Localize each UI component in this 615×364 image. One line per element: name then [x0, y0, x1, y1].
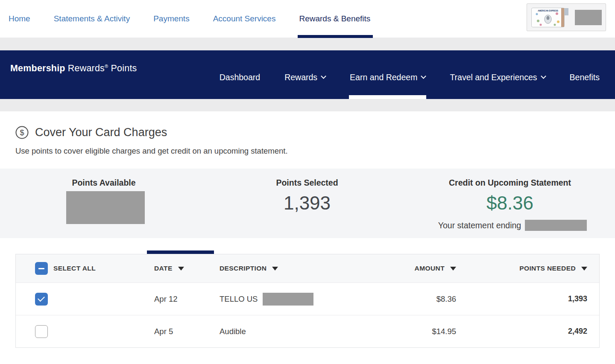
divider-band	[0, 38, 615, 50]
card-selector[interactable]: AMERICAN EXPRESS	[527, 3, 606, 31]
charge-amount: $14.95	[397, 327, 456, 336]
redacted-points-available-value	[66, 191, 145, 224]
row-checkbox-checked[interactable]	[35, 293, 48, 306]
redacted-account-number	[575, 10, 602, 25]
page-subtitle: Use points to cover eligible charges and…	[15, 146, 615, 156]
sorted-column-indicator	[147, 250, 214, 254]
primary-nav: Home Statements & Activity Payments Acco…	[0, 0, 615, 38]
membership-rewards-logo: Membership Rewards® Points	[10, 63, 137, 74]
row-checkbox-unchecked[interactable]	[35, 325, 48, 338]
amex-card-thumbnail-icon: AMERICAN EXPRESS	[531, 8, 565, 27]
credit-upcoming-value: $8.36	[433, 192, 587, 214]
table-row: Apr 12 TELLO US $8.36 1,393	[16, 282, 599, 315]
sort-desc-icon[interactable]	[178, 267, 184, 271]
table-row: Apr 5 Audible $14.95 2,492	[16, 315, 599, 347]
mr-nav-rewards[interactable]: Rewards	[284, 50, 325, 99]
charge-description: TELLO US	[210, 293, 397, 306]
charge-points-needed: 1,393	[456, 294, 587, 303]
svg-text:$: $	[20, 128, 24, 137]
redacted-statement-ending	[525, 220, 587, 231]
mr-nav-items: Dashboard Rewards Earn and Redeem Travel…	[220, 50, 600, 99]
points-available-label: Points Available	[27, 178, 181, 188]
chevron-down-icon	[421, 73, 427, 79]
column-header-points-needed[interactable]: POINTS NEEDED	[456, 265, 587, 272]
cover-card-charges-page: $ Cover Your Card Charges Use points to …	[0, 111, 615, 348]
column-header-amount[interactable]: AMOUNT	[397, 265, 456, 272]
charge-points-needed: 2,492	[456, 327, 587, 336]
page-title: Cover Your Card Charges	[35, 126, 167, 139]
select-all-checkbox[interactable]	[35, 262, 48, 275]
nav-item-home[interactable]: Home	[9, 0, 30, 38]
chevron-down-icon	[321, 73, 326, 79]
charges-table-header: SELECT ALL DATE DESCRIPTION AMOUNT POINT…	[16, 254, 599, 282]
charges-table: SELECT ALL DATE DESCRIPTION AMOUNT POINT…	[15, 254, 600, 348]
charge-date: Apr 12	[147, 294, 210, 304]
column-header-date[interactable]: DATE	[147, 265, 210, 272]
select-all-label[interactable]: SELECT ALL	[53, 265, 147, 272]
svg-text:AMERICAN EXPRESS: AMERICAN EXPRESS	[538, 10, 558, 12]
membership-rewards-nav: Membership Rewards® Points Dashboard Rew…	[0, 50, 615, 99]
mr-nav-dashboard[interactable]: Dashboard	[220, 50, 260, 99]
nav-item-payments[interactable]: Payments	[153, 0, 189, 38]
sort-desc-icon[interactable]	[272, 267, 278, 271]
column-header-description[interactable]: DESCRIPTION	[210, 265, 397, 272]
chevron-down-icon	[541, 73, 546, 79]
redacted-description-detail	[263, 293, 313, 306]
nav-item-account-services[interactable]: Account Services	[213, 0, 276, 38]
mr-nav-earn-and-redeem[interactable]: Earn and Redeem	[350, 50, 425, 99]
points-summary: Points Available Points Selected 1,393 C…	[0, 169, 615, 238]
mr-nav-travel-and-experiences[interactable]: Travel and Experiences	[450, 50, 545, 99]
statement-ending-note: Your statement ending	[433, 220, 592, 231]
points-selected-label: Points Selected	[230, 178, 384, 188]
dollar-circle-icon: $	[15, 126, 29, 139]
charge-amount: $8.36	[397, 294, 456, 304]
charge-date: Apr 5	[147, 327, 210, 336]
sort-desc-icon[interactable]	[581, 267, 587, 271]
nav-item-rewards-benefits[interactable]: Rewards & Benefits	[299, 0, 370, 38]
nav-item-statements-activity[interactable]: Statements & Activity	[54, 0, 130, 38]
sort-desc-icon[interactable]	[450, 267, 456, 271]
mr-nav-benefits[interactable]: Benefits	[570, 50, 600, 99]
credit-upcoming-label: Credit on Upcoming Statement	[433, 178, 587, 188]
divider-band	[0, 99, 615, 111]
points-selected-value: 1,393	[230, 192, 384, 214]
charge-description: Audible	[210, 327, 397, 336]
